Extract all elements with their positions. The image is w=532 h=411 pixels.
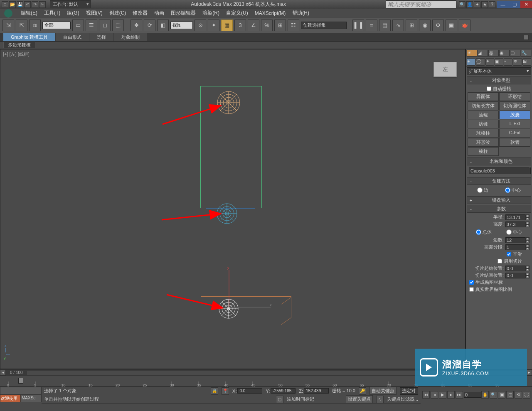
prim-capsule[interactable]: 胶囊 bbox=[499, 111, 530, 119]
prim-hose[interactable]: 软管 bbox=[499, 138, 530, 147]
welcome-cell[interactable]: 欢迎使用 bbox=[0, 395, 21, 403]
tag-icon[interactable]: ▢ bbox=[276, 396, 283, 403]
slice-to-input[interactable] bbox=[505, 273, 525, 278]
ref-coord-dropdown[interactable]: 视图 bbox=[170, 22, 193, 29]
slice-checkbox[interactable] bbox=[498, 259, 502, 263]
angle-snap-icon[interactable]: ∠ bbox=[248, 20, 259, 31]
menu-custom[interactable]: 自定义(U) bbox=[226, 10, 248, 17]
link-tool-icon[interactable]: ⇲ bbox=[2, 20, 14, 31]
curve-editor-icon[interactable]: ∿ bbox=[392, 20, 404, 31]
prim-chamfercyl[interactable]: 切角圆柱体 bbox=[499, 101, 530, 110]
key-icon[interactable]: 🔑 bbox=[359, 387, 366, 395]
zoom-icon[interactable]: 🔍 bbox=[490, 391, 497, 399]
height-input[interactable] bbox=[505, 221, 525, 227]
wireframe-sphere-1[interactable] bbox=[217, 91, 240, 114]
viewport[interactable]: [+] [左] [线框] 左 bbox=[0, 49, 466, 369]
favorite-icon[interactable]: ★ bbox=[481, 1, 488, 8]
cameras-icon[interactable]: ▣ bbox=[495, 58, 503, 66]
render-frame-icon[interactable]: ▣ bbox=[446, 20, 457, 31]
wireframe-sphere-2[interactable] bbox=[217, 203, 237, 224]
rollout-header-params[interactable]: -参数 bbox=[467, 205, 531, 213]
select-name-icon[interactable]: ☰ bbox=[86, 20, 97, 31]
create-tab-icon[interactable]: ☀ bbox=[467, 50, 477, 57]
radio-edge[interactable]: 边 bbox=[477, 187, 488, 193]
workspace-dropdown[interactable]: 工作台: 默认 bbox=[50, 0, 91, 8]
scale-icon[interactable]: ◧ bbox=[157, 20, 169, 31]
render-setup-icon[interactable]: ⚙ bbox=[432, 20, 444, 31]
rotate-icon[interactable]: ⟳ bbox=[144, 20, 155, 31]
named-selection-dropdown[interactable]: 创建选择集 bbox=[301, 22, 347, 29]
radius-input[interactable] bbox=[505, 214, 525, 220]
schematic-icon[interactable]: ⊞ bbox=[406, 20, 417, 31]
motion-tab-icon[interactable]: ◉ bbox=[499, 50, 510, 57]
pan-icon[interactable]: ✋ bbox=[481, 391, 489, 399]
object-color-swatch[interactable] bbox=[530, 167, 531, 174]
object-name-input[interactable] bbox=[469, 167, 530, 174]
spinner-down-icon[interactable]: ▼ bbox=[525, 217, 530, 220]
sides-input[interactable] bbox=[505, 237, 525, 243]
geometry-icon[interactable]: ● bbox=[467, 58, 475, 66]
menu-modifier[interactable]: 修改器 bbox=[133, 10, 148, 17]
window-crossing-icon[interactable]: ⬚ bbox=[112, 20, 124, 31]
menu-graph[interactable]: 图形编辑器 bbox=[171, 10, 196, 17]
goto-end-icon[interactable]: ⏭ bbox=[456, 391, 463, 399]
move-icon[interactable]: ✥ bbox=[131, 20, 142, 31]
x-input[interactable]: 0.0 bbox=[237, 388, 262, 394]
utilities-tab-icon[interactable]: 🔧 bbox=[521, 50, 531, 57]
save-icon[interactable]: 💾 bbox=[17, 1, 23, 8]
prim-hedra[interactable]: 异面体 bbox=[468, 92, 499, 101]
tab-graphite[interactable]: Graphite 建模工具 bbox=[3, 33, 55, 41]
lights-icon[interactable]: ✦ bbox=[485, 58, 494, 66]
snap-3-icon[interactable]: 3 bbox=[234, 20, 246, 31]
prim-chamferbox[interactable]: 切角长方体 bbox=[468, 101, 499, 110]
selection-filter-dropdown[interactable]: 全部 bbox=[42, 22, 71, 29]
zoom-ext-icon[interactable]: ▣ bbox=[498, 391, 505, 399]
rollout-header-keyboard[interactable]: +键盘输入 bbox=[467, 196, 531, 204]
menu-maxscript[interactable]: MAXScript(M) bbox=[255, 10, 286, 16]
play-icon[interactable]: ▶ bbox=[439, 391, 446, 399]
unlink-tool-icon[interactable]: ⇱ bbox=[16, 20, 27, 31]
app-icon[interactable] bbox=[4, 9, 12, 17]
systems-icon[interactable]: ⊞ bbox=[522, 58, 531, 66]
mirror-icon[interactable]: ▌▐ bbox=[352, 20, 364, 31]
slice-from-input[interactable] bbox=[505, 266, 525, 271]
shapes-icon[interactable]: ◯ bbox=[476, 58, 485, 66]
rollout-header-create-method[interactable]: -创建方法 bbox=[467, 177, 531, 185]
snap-toggle-icon[interactable]: ▦ bbox=[221, 20, 233, 31]
key-filter[interactable]: 关键点过滤器... bbox=[387, 396, 418, 402]
menu-group[interactable]: 组(G) bbox=[67, 10, 79, 17]
signin-icon[interactable]: 👤 bbox=[466, 1, 473, 8]
prim-lext[interactable]: L-Ext bbox=[499, 120, 530, 128]
undo-icon[interactable]: ↶ bbox=[24, 1, 31, 8]
spinner-up-icon[interactable]: ▲ bbox=[525, 214, 530, 217]
status-cell[interactable] bbox=[0, 387, 42, 395]
layers-icon[interactable]: ▤ bbox=[379, 20, 391, 31]
space-warps-icon[interactable]: ≋ bbox=[513, 58, 522, 66]
selset-dropdown[interactable]: 选定对 bbox=[400, 387, 418, 395]
radio-overall[interactable]: 总体 bbox=[476, 229, 492, 235]
prev-frame-icon[interactable]: ◂ bbox=[431, 391, 438, 399]
goto-start-icon[interactable]: ⏮ bbox=[422, 391, 430, 399]
z-input[interactable]: 152.439 bbox=[304, 388, 329, 394]
pivot-icon[interactable]: ⊙ bbox=[195, 20, 206, 31]
redo-icon[interactable]: ↷ bbox=[32, 1, 38, 8]
tab-paint[interactable]: 对象绘制 bbox=[114, 33, 147, 41]
select-icon[interactable]: ▭ bbox=[72, 20, 84, 31]
material-icon[interactable]: ◉ bbox=[419, 20, 431, 31]
menu-help[interactable]: 帮助(H) bbox=[292, 10, 309, 17]
prim-ringwave[interactable]: 环形波 bbox=[468, 138, 499, 147]
open-icon[interactable]: 📂 bbox=[9, 1, 16, 8]
sub-poly-model[interactable]: 多边形建模 bbox=[3, 42, 35, 48]
prim-torusknot[interactable]: 环形结 bbox=[499, 92, 530, 101]
infocenter-icon[interactable]: 🔍 bbox=[459, 1, 466, 8]
realworld-checkbox[interactable] bbox=[469, 287, 474, 292]
spinner-snap-icon[interactable]: ⊞ bbox=[274, 20, 286, 31]
tab-selection[interactable]: 选择 bbox=[89, 33, 113, 41]
setkey-button[interactable]: 设置关键点 bbox=[346, 395, 373, 403]
isolate-icon[interactable]: 📍 bbox=[222, 387, 229, 395]
percent-snap-icon[interactable]: % bbox=[261, 20, 273, 31]
viewport-label[interactable]: [+] [左] [线框] bbox=[3, 51, 30, 57]
link-icon[interactable]: ⤷ bbox=[39, 1, 46, 8]
menu-anim[interactable]: 动画 bbox=[154, 10, 164, 17]
autogrid-checkbox[interactable] bbox=[487, 86, 491, 91]
